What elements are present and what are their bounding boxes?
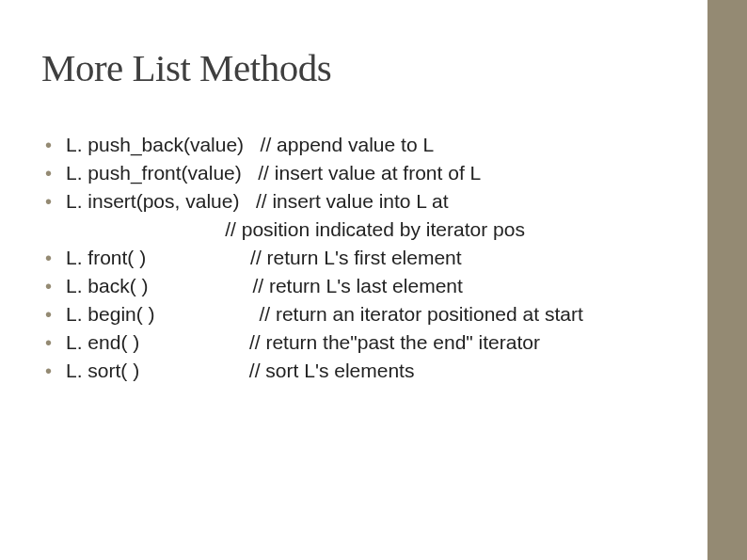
list-item-text: L. back( ) // return L's last element (66, 273, 463, 299)
decorative-sidebar (707, 0, 747, 560)
list-item-text: L. push_back(value) // append value to L (66, 132, 434, 158)
list-item: • L. front( ) // return L's first elemen… (45, 245, 747, 271)
bullet-icon: • (45, 188, 66, 215)
bullet-list: • L. push_back(value) // append value to… (41, 132, 747, 384)
bullet-icon: • (45, 273, 66, 299)
list-item-text: L. insert(pos, value) // insert value in… (66, 188, 449, 215)
list-item-text: L. front( ) // return L's first element (66, 245, 462, 271)
bullet-icon: • (45, 160, 66, 186)
bullet-icon: • (45, 245, 66, 271)
indent-spacer (45, 216, 66, 243)
list-item-text: L. end( ) // return the"past the end" it… (66, 329, 540, 356)
list-item: • L. insert(pos, value) // insert value … (45, 188, 747, 215)
bullet-icon: • (45, 329, 66, 356)
list-item-text: L. push_front(value) // insert value at … (66, 160, 481, 186)
list-item-continuation: // position indicated by iterator pos (45, 216, 747, 243)
list-item: • L. back( ) // return L's last element (45, 273, 747, 299)
list-item: • L. begin( ) // return an iterator posi… (45, 301, 747, 328)
bullet-icon: • (45, 132, 66, 158)
list-item: • L. push_back(value) // append value to… (45, 132, 747, 158)
list-item: • L. end( ) // return the"past the end" … (45, 329, 747, 356)
list-item: • L. push_front(value) // insert value a… (45, 160, 747, 186)
list-item-text: // position indicated by iterator pos (66, 216, 525, 243)
list-item: • L. sort( ) // sort L's elements (45, 358, 747, 384)
bullet-icon: • (45, 301, 66, 328)
list-item-text: L. sort( ) // sort L's elements (66, 358, 414, 384)
bullet-icon: • (45, 358, 66, 384)
slide: More List Methods • L. push_back(value) … (0, 0, 747, 560)
list-item-text: L. begin( ) // return an iterator positi… (66, 301, 583, 328)
slide-title: More List Methods (41, 45, 747, 90)
